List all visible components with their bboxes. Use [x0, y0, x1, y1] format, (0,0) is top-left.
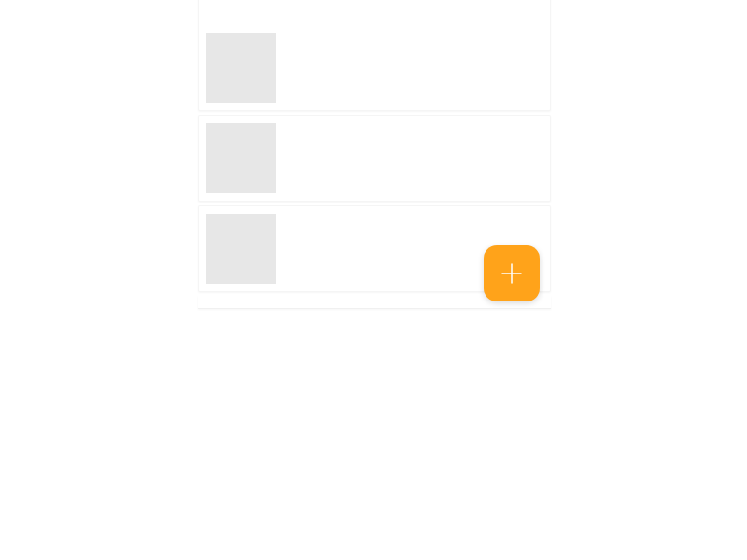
add-button[interactable]: [484, 245, 540, 301]
list-item[interactable]: [198, 115, 551, 202]
list-item[interactable]: [198, 0, 551, 111]
item-thumbnail: [206, 214, 276, 284]
plus-icon: [499, 260, 525, 287]
item-thumbnail: [206, 123, 276, 193]
item-thumbnail: [206, 33, 276, 103]
app-viewport: [0, 0, 747, 560]
